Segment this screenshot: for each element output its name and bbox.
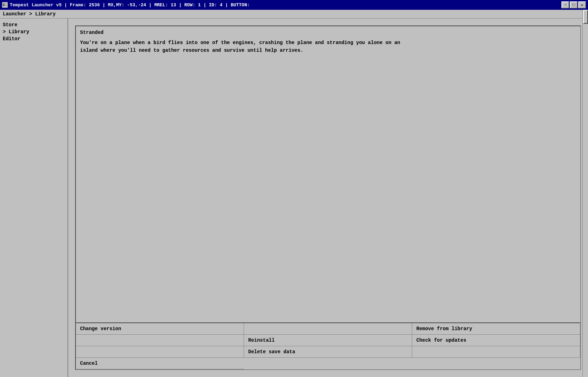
nav-bar: Launcher > Library bbox=[0, 10, 588, 19]
empty-button-3 bbox=[76, 346, 244, 358]
cancel-button[interactable]: Cancel bbox=[76, 358, 244, 369]
close-button[interactable]: ✕ bbox=[578, 1, 586, 8]
sidebar-item-editor[interactable]: Editor bbox=[1, 35, 66, 42]
minimize-button[interactable]: − bbox=[561, 1, 569, 8]
delete-save-data-button[interactable]: Delete save data bbox=[244, 346, 412, 358]
title-bar-left: C: Tempest Launcher v5 | Frame: 2536 | M… bbox=[2, 2, 250, 8]
sidebar: Store > Library Editor bbox=[0, 19, 68, 377]
empty-button-1 bbox=[244, 323, 412, 335]
game-description: You're on a plane when a bird flies into… bbox=[80, 39, 416, 55]
game-description-area: Stranded You're on a plane when a bird f… bbox=[76, 26, 580, 322]
remove-from-library-button[interactable]: Remove from library bbox=[412, 323, 580, 335]
breadcrumb: Launcher > Library bbox=[3, 11, 56, 17]
title-bar-controls: − □ ✕ bbox=[561, 1, 586, 8]
game-panel: Stranded You're on a plane when a bird f… bbox=[75, 26, 581, 370]
content-area: Stranded You're on a plane when a bird f… bbox=[68, 19, 588, 377]
title-bar: C: Tempest Launcher v5 | Frame: 2536 | M… bbox=[0, 0, 588, 10]
empty-button-4 bbox=[412, 346, 580, 358]
button-grid: Change version Remove from library Reins… bbox=[76, 322, 580, 369]
reinstall-button[interactable]: Reinstall bbox=[244, 335, 412, 346]
scrollbar-thumb[interactable] bbox=[583, 10, 588, 24]
sidebar-item-library[interactable]: > Library bbox=[1, 28, 66, 35]
app-body: Launcher > Library Store > Library Edito… bbox=[0, 10, 588, 377]
scrollbar-track[interactable] bbox=[582, 10, 588, 377]
change-version-button[interactable]: Change version bbox=[76, 323, 244, 335]
app-icon: C: bbox=[2, 2, 8, 8]
check-for-updates-button[interactable]: Check for updates bbox=[412, 335, 580, 346]
maximize-button[interactable]: □ bbox=[570, 1, 578, 8]
sidebar-item-store[interactable]: Store bbox=[1, 21, 66, 28]
main-layout: Store > Library Editor Stranded You're o… bbox=[0, 19, 588, 377]
game-title: Stranded bbox=[80, 30, 576, 35]
empty-button-2 bbox=[76, 335, 244, 346]
title-bar-title: Tempest Launcher v5 | Frame: 2536 | MX,M… bbox=[10, 2, 250, 8]
